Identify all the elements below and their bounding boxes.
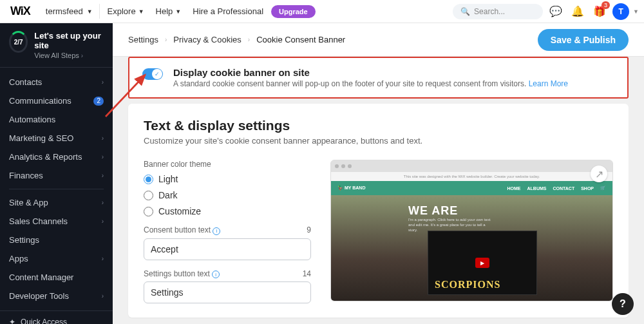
text-display-card: Text & display settings Customize your s… xyxy=(128,104,629,318)
sidebar-item-communications[interactable]: Communications2 xyxy=(0,91,113,110)
consent-label: Consent button text i xyxy=(144,225,220,235)
preview-hero-title: WE ARE xyxy=(408,204,458,218)
consent-char-count: 9 xyxy=(307,225,311,235)
upgrade-button[interactable]: Upgrade xyxy=(271,5,316,18)
section-subtitle: Customize your site's cookie consent ban… xyxy=(144,136,613,146)
radio-light[interactable]: Light xyxy=(144,174,311,184)
main-panel: Settings › Privacy & Cookies › Cookie Co… xyxy=(113,23,644,324)
nav-help[interactable]: Help▼ xyxy=(152,6,185,16)
count-badge: 2 xyxy=(93,97,104,106)
quick-access-button[interactable]: ✦Quick Access xyxy=(0,310,113,324)
toggle-title: Display cookie banner on site xyxy=(173,67,568,78)
sidebar-item-apps[interactable]: Apps› xyxy=(0,249,113,268)
sidebar-item-contacts[interactable]: Contacts› xyxy=(0,73,113,91)
toggle-description: A standard cookie consent banner will po… xyxy=(173,79,568,88)
breadcrumb-current: Cookie Consent Banner xyxy=(256,35,345,44)
sidebar-item-finances[interactable]: Finances› xyxy=(0,166,113,185)
chevron-right-icon: › xyxy=(102,172,104,179)
sidebar-item-analytics[interactable]: Analytics & Reports› xyxy=(0,148,113,166)
sidebar-item-marketing[interactable]: Marketing & SEO› xyxy=(0,129,113,148)
banner-preview: ↗ This site was designed with the WiX we… xyxy=(330,160,613,301)
wix-logo[interactable]: WiX xyxy=(5,5,35,18)
nav-explore[interactable]: Explore▼ xyxy=(104,6,148,16)
theme-label: Banner color theme xyxy=(144,160,311,169)
search-input[interactable]: 🔍Search... xyxy=(453,4,543,19)
radio-customize[interactable]: Customize xyxy=(144,206,311,216)
chevron-down-icon: ▼ xyxy=(175,8,181,15)
breadcrumb-privacy[interactable]: Privacy & Cookies xyxy=(173,35,241,44)
sidebar-item-siteapp[interactable]: Site & App› xyxy=(0,193,113,212)
save-publish-button[interactable]: Save & Publish xyxy=(538,29,629,51)
sparkle-icon: ✦ xyxy=(9,318,15,324)
chevron-right-icon: › xyxy=(248,36,250,43)
preview-nav: 🦆 MY BANDHOMEALBUMSCONTACTSHOP🛒 xyxy=(331,181,612,195)
page-header: Settings › Privacy & Cookies › Cookie Co… xyxy=(113,23,644,57)
top-bar: WiX termsfeed▼ Explore▼ Help▼ Hire a Pro… xyxy=(0,0,644,23)
chevron-right-icon: › xyxy=(102,153,104,160)
chevron-right-icon: › xyxy=(102,255,104,262)
sidebar-item-devtools[interactable]: Developer Tools› xyxy=(0,287,113,305)
sidebar-item-content[interactable]: Content Manager xyxy=(0,268,113,287)
chevron-right-icon: › xyxy=(102,135,104,142)
chevron-right-icon: › xyxy=(102,292,104,300)
chevron-right-icon: › xyxy=(102,218,104,225)
chevron-down-icon: ▼ xyxy=(138,8,144,15)
chevron-right-icon: › xyxy=(165,36,167,43)
chevron-right-icon: › xyxy=(102,79,104,86)
setup-title: Let's set up your site xyxy=(34,31,101,50)
setup-panel[interactable]: 2/7 Let's set up your site View All Step… xyxy=(0,23,113,68)
site-label: termsfeed xyxy=(46,6,83,16)
progress-ring: 2/7 xyxy=(9,31,28,53)
open-external-icon[interactable]: ↗ xyxy=(591,166,607,182)
info-icon[interactable]: i xyxy=(213,227,220,235)
chevron-down-icon[interactable]: ▼ xyxy=(633,8,639,15)
preview-url-bar: This site was designed with the WiX webs… xyxy=(331,172,612,181)
breadcrumb-settings[interactable]: Settings xyxy=(128,35,158,44)
sidebar: 2/7 Let's set up your site View All Step… xyxy=(0,23,113,324)
section-title: Text & display settings xyxy=(144,118,613,133)
sidebar-item-automations[interactable]: Automations xyxy=(0,110,113,129)
display-banner-setting: Display cookie banner on site A standard… xyxy=(128,57,629,99)
nav-hire[interactable]: Hire a Professional xyxy=(189,6,267,16)
help-fab[interactable]: ? xyxy=(612,293,634,315)
sidebar-item-settings[interactable]: Settings xyxy=(0,231,113,249)
consent-button-input[interactable] xyxy=(144,238,311,260)
play-icon: ▶ xyxy=(475,258,489,268)
bell-icon[interactable]: 🔔 xyxy=(569,3,587,21)
chevron-right-icon: › xyxy=(102,199,104,206)
search-icon: 🔍 xyxy=(460,7,470,16)
chevron-down-icon: ▼ xyxy=(87,8,93,15)
user-avatar[interactable]: T xyxy=(612,3,629,20)
preview-video: ▶ SCORPIONS xyxy=(428,231,537,295)
settings-char-count: 14 xyxy=(303,269,311,279)
display-banner-toggle[interactable] xyxy=(142,68,163,80)
gift-icon[interactable]: 🎁3 xyxy=(591,3,609,21)
sidebar-item-sales[interactable]: Sales Channels› xyxy=(0,212,113,231)
chat-icon[interactable]: 💬 xyxy=(547,3,565,21)
notification-badge: 3 xyxy=(601,1,610,9)
settings-button-input[interactable] xyxy=(144,281,311,303)
learn-more-link[interactable]: Learn More xyxy=(529,79,568,88)
info-icon[interactable]: i xyxy=(212,271,220,278)
view-steps-link[interactable]: View All Steps› xyxy=(34,52,104,59)
settings-label: Settings button text i xyxy=(144,269,220,279)
site-selector[interactable]: termsfeed▼ xyxy=(39,4,100,19)
radio-dark[interactable]: Dark xyxy=(144,190,311,200)
